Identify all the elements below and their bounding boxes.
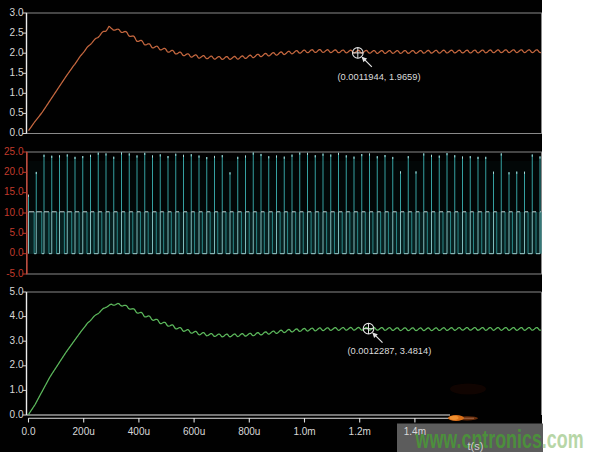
svg-text:2.0: 2.0 bbox=[10, 359, 24, 370]
svg-text:200u: 200u bbox=[73, 426, 95, 437]
svg-text:5.0: 5.0 bbox=[10, 286, 24, 297]
svg-text:www.cntronics.com: www.cntronics.com bbox=[415, 424, 584, 452]
svg-text:3.0: 3.0 bbox=[10, 335, 24, 346]
svg-text:600u: 600u bbox=[183, 426, 205, 437]
svg-text:10.0: 10.0 bbox=[4, 207, 24, 218]
svg-text:0.0: 0.0 bbox=[22, 426, 36, 437]
svg-text:3.0: 3.0 bbox=[10, 7, 24, 18]
svg-text:25.0: 25.0 bbox=[4, 146, 24, 157]
svg-text:(0.0011944, 1.9659): (0.0011944, 1.9659) bbox=[338, 72, 421, 82]
svg-text:0.0: 0.0 bbox=[10, 409, 24, 420]
svg-text:0.0: 0.0 bbox=[10, 247, 24, 258]
svg-text:1.0: 1.0 bbox=[10, 87, 24, 98]
svg-text:1.0m: 1.0m bbox=[293, 426, 315, 437]
svg-text:400u: 400u bbox=[128, 426, 150, 437]
svg-text:4.0: 4.0 bbox=[10, 310, 24, 321]
svg-text:t(s): t(s) bbox=[468, 440, 484, 452]
svg-text:800u: 800u bbox=[238, 426, 260, 437]
svg-text:5.0: 5.0 bbox=[10, 227, 24, 238]
svg-text:2.0: 2.0 bbox=[10, 47, 24, 58]
svg-text:20.0: 20.0 bbox=[4, 166, 24, 177]
svg-text:0.5: 0.5 bbox=[10, 107, 24, 118]
svg-text:15.0: 15.0 bbox=[4, 186, 24, 197]
svg-text:0.0: 0.0 bbox=[10, 127, 24, 138]
svg-text:1.0: 1.0 bbox=[10, 384, 24, 395]
svg-text:1.5: 1.5 bbox=[10, 67, 24, 78]
svg-text:1.2m: 1.2m bbox=[349, 426, 371, 437]
svg-text:(0.0012287, 3.4814): (0.0012287, 3.4814) bbox=[348, 346, 432, 356]
svg-text:2.5: 2.5 bbox=[10, 27, 24, 38]
svg-text:-5.0: -5.0 bbox=[6, 268, 24, 279]
